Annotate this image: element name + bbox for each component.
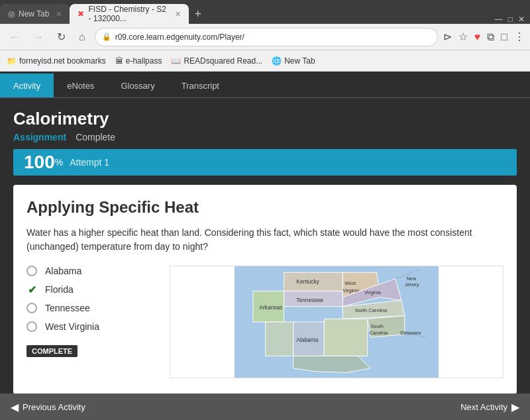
bookmark-ehallpass-label: e-hallpass xyxy=(126,56,162,66)
next-activity-button[interactable]: Next Activity ▶ xyxy=(460,401,519,413)
reload-button[interactable]: ↻ xyxy=(53,29,70,44)
svg-text:Virginia: Virginia xyxy=(364,289,382,295)
svg-text:Delaware: Delaware xyxy=(400,330,421,336)
new-tab-button[interactable]: + xyxy=(189,4,207,24)
next-activity-label: Next Activity xyxy=(460,402,507,412)
bookmark-ehallpass[interactable]: 🏛 e-hallpass xyxy=(115,56,162,66)
radio-tennessee[interactable] xyxy=(26,303,37,313)
question-title: Applying Specific Heat xyxy=(26,198,504,217)
extension-icon[interactable]: ♥ xyxy=(474,31,481,43)
folder-icon: 📁 xyxy=(7,56,17,66)
svg-marker-19 xyxy=(266,322,293,356)
maximize-button[interactable]: □ xyxy=(508,15,513,24)
prev-activity-label: Previous Activity xyxy=(23,402,85,412)
svg-text:New: New xyxy=(406,276,417,282)
minimize-button[interactable]: — xyxy=(495,15,503,24)
newtab-globe-icon: 🌐 xyxy=(272,56,282,66)
answer-westvirginia[interactable]: West Virginia xyxy=(26,321,159,332)
question-text: Water has a higher specific heat than la… xyxy=(26,226,504,254)
bookmark-star-icon[interactable]: ☆ xyxy=(458,30,468,43)
answer-westvirginia-label: West Virginia xyxy=(45,321,99,332)
share-icon[interactable]: ⊳ xyxy=(443,30,452,43)
radio-alabama[interactable] xyxy=(26,266,37,276)
svg-text:Tennessee: Tennessee xyxy=(296,297,323,303)
new-tab-icon: ◎ xyxy=(8,9,15,19)
bookmark-newtab-label: New Tab xyxy=(284,56,315,66)
map-col: Arkansas Tennessee Kentucky West Virgini… xyxy=(170,266,504,381)
readsquared-icon: 📖 xyxy=(171,56,181,66)
bookmark-forneyisd[interactable]: 📁 forneyisd.net bookmarks xyxy=(7,56,106,66)
answer-alabama-label: Alabama xyxy=(45,266,81,276)
back-button[interactable]: ← xyxy=(5,30,24,44)
radio-westvirginia[interactable] xyxy=(26,321,37,332)
answer-florida-label: Florida xyxy=(45,284,74,295)
prev-arrow-icon: ◀ xyxy=(11,401,19,413)
score-sup: % xyxy=(55,157,63,168)
nav-actions: ⊳ ☆ ♥ ⧉ □ ⋮ xyxy=(443,30,525,43)
tab-enotes[interactable]: eNotes xyxy=(54,74,107,97)
question-card: Applying Specific Heat Water has a highe… xyxy=(13,185,517,394)
forward-button[interactable]: → xyxy=(29,30,48,44)
tab-fisd[interactable]: ✖ FISD - Chemistry - S2 - 132000... ✕ xyxy=(70,4,189,24)
next-arrow-icon: ▶ xyxy=(511,401,519,413)
assignment-label: Assignment xyxy=(13,132,66,142)
tab-activity[interactable]: Activity xyxy=(0,74,54,97)
svg-text:Alabama: Alabama xyxy=(296,337,318,343)
lock-icon: 🔒 xyxy=(102,32,111,41)
svg-text:Carolina: Carolina xyxy=(369,330,388,336)
nav-bar: ← → ↻ ⌂ 🔒 r09.core.learn.edgenuity.com/P… xyxy=(0,24,530,50)
tab-transcript[interactable]: Transcript xyxy=(168,74,233,97)
bottom-nav: ◀ Previous Activity Next Activity ▶ xyxy=(0,394,530,420)
svg-text:North Carolina: North Carolina xyxy=(355,307,388,313)
assignment-row: Assignment Complete xyxy=(13,132,517,142)
close-browser-button[interactable]: ✕ xyxy=(518,15,525,24)
page-title: Calorimetry xyxy=(13,109,517,129)
main-content: Calorimetry Assignment Complete 100% Att… xyxy=(0,98,530,394)
svg-marker-21 xyxy=(293,356,371,372)
tab-new-tab[interactable]: ◎ New Tab ✕ xyxy=(0,4,70,24)
score-bar: 100% Attempt 1 xyxy=(13,149,517,176)
complete-badge: COMPLETE xyxy=(26,345,78,357)
bookmark-readsquared-label: READsquared Read... xyxy=(184,56,262,66)
map-svg: Arkansas Tennessee Kentucky West Virgini… xyxy=(170,266,504,378)
app-tabs: Activity eNotes Glossary Transcript xyxy=(0,72,530,98)
svg-text:Jersey: Jersey xyxy=(405,282,419,288)
answer-tennessee-label: Tennessee xyxy=(45,303,90,313)
content-area: Activity eNotes Glossary Transcript Calo… xyxy=(0,72,530,394)
attempt-label: Attempt 1 xyxy=(70,157,109,168)
bookmark-forneyisd-label: forneyisd.net bookmarks xyxy=(19,56,106,66)
tab-controls: — □ ✕ xyxy=(495,15,530,24)
profile-icon[interactable]: □ xyxy=(501,31,507,43)
question-row: Alabama ✔ Florida Tennessee West Vir xyxy=(26,266,504,381)
svg-text:Arkansas: Arkansas xyxy=(259,304,282,311)
extensions-puzzle-icon[interactable]: ⧉ xyxy=(487,31,494,43)
tab-glossary[interactable]: Glossary xyxy=(107,74,168,97)
new-tab-label: New Tab xyxy=(19,9,49,19)
address-bar[interactable]: 🔒 r09.core.learn.edgenuity.com/Player/ xyxy=(95,28,438,46)
bookmarks-bar: 📁 forneyisd.net bookmarks 🏛 e-hallpass 📖… xyxy=(0,50,530,72)
answers-col: Alabama ✔ Florida Tennessee West Vir xyxy=(26,266,159,381)
answer-tennessee[interactable]: Tennessee xyxy=(26,303,159,313)
svg-text:South: South xyxy=(370,323,383,329)
answer-options: Alabama ✔ Florida Tennessee West Vir xyxy=(26,266,159,332)
home-button[interactable]: ⌂ xyxy=(75,30,89,44)
svg-marker-20 xyxy=(324,319,367,356)
svg-text:West: West xyxy=(344,280,356,286)
tab-bar: ◎ New Tab ✕ ✖ FISD - Chemistry - S2 - 13… xyxy=(0,0,530,24)
fisd-tab-label: FISD - Chemistry - S2 - 132000... xyxy=(88,5,168,23)
svg-text:Kentucky: Kentucky xyxy=(296,278,319,285)
address-text: r09.core.learn.edgenuity.com/Player/ xyxy=(115,32,244,42)
answer-florida[interactable]: ✔ Florida xyxy=(26,284,159,295)
menu-icon[interactable]: ⋮ xyxy=(514,30,525,43)
close-tab-fisd[interactable]: ✕ xyxy=(175,10,181,19)
prev-activity-button[interactable]: ◀ Previous Activity xyxy=(11,401,85,413)
close-tab-new[interactable]: ✕ xyxy=(56,10,62,19)
ehallpass-icon: 🏛 xyxy=(115,56,123,66)
assignment-status: Complete xyxy=(76,132,115,142)
bookmark-readsquared[interactable]: 📖 READsquared Read... xyxy=(171,56,262,66)
answer-alabama[interactable]: Alabama xyxy=(26,266,159,276)
fisd-tab-icon: ✖ xyxy=(78,9,84,19)
bookmark-newtab[interactable]: 🌐 New Tab xyxy=(272,56,315,66)
check-florida: ✔ xyxy=(26,284,37,295)
score-value: 100 xyxy=(24,152,55,173)
